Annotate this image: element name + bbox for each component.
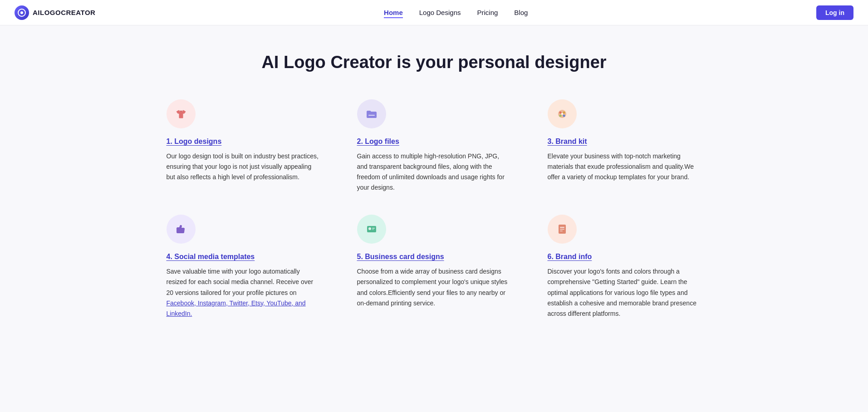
svg-rect-15 bbox=[560, 229, 564, 230]
logo[interactable]: AILOGOCREATOR bbox=[15, 5, 95, 20]
feature-4-desc: Save valuable time with your logo automa… bbox=[167, 266, 321, 319]
svg-rect-9 bbox=[367, 226, 376, 232]
social-icon-bg bbox=[167, 215, 196, 244]
tshirt-icon bbox=[174, 107, 188, 121]
svg-rect-14 bbox=[560, 227, 564, 228]
feature-logo-designs: 1. Logo designs Our logo design tool is … bbox=[167, 99, 321, 193]
login-button[interactable]: Log in bbox=[816, 5, 853, 20]
svg-point-7 bbox=[563, 115, 565, 117]
feature-logo-files: 2. Logo files Gain access to multiple hi… bbox=[357, 99, 511, 193]
feature-1-desc: Our logo design tool is built on industr… bbox=[167, 151, 321, 182]
svg-point-1 bbox=[20, 11, 23, 14]
svg-point-5 bbox=[563, 112, 565, 114]
svg-point-10 bbox=[368, 227, 371, 230]
feature-5-title: 5. Business card designs bbox=[357, 253, 511, 261]
nav-logo-designs[interactable]: Logo Designs bbox=[419, 9, 461, 16]
nav-blog[interactable]: Blog bbox=[514, 9, 528, 16]
svg-point-8 bbox=[561, 113, 563, 115]
nav-links: Home Logo Designs Pricing Blog bbox=[384, 9, 528, 17]
svg-rect-11 bbox=[372, 228, 375, 229]
feature-3-desc: Elevate your business with top-notch mar… bbox=[548, 151, 702, 182]
card-icon bbox=[365, 222, 378, 236]
feature-business-card: 5. Business card designs Choose from a w… bbox=[357, 215, 511, 319]
svg-point-6 bbox=[559, 115, 561, 117]
logo-icon bbox=[15, 5, 29, 20]
feature-6-title: 6. Brand info bbox=[548, 253, 702, 261]
feature-brand-kit: 3. Brand kit Elevate your business with … bbox=[548, 99, 702, 193]
nav-pricing[interactable]: Pricing bbox=[477, 9, 498, 16]
business-card-icon-bg bbox=[357, 215, 386, 244]
svg-rect-16 bbox=[560, 231, 563, 231]
nav-home[interactable]: Home bbox=[384, 9, 403, 18]
folder-icon bbox=[365, 107, 378, 121]
brand-info-icon-bg bbox=[548, 215, 577, 244]
social-links[interactable]: Facebook, Instagram, Twitter, Etsy, YouT… bbox=[167, 299, 306, 317]
feature-6-desc: Discover your logo's fonts and colors th… bbox=[548, 266, 702, 319]
thumbsup-icon bbox=[174, 222, 188, 236]
main-content: AI Logo Creator is your personal designe… bbox=[139, 25, 729, 337]
feature-brand-info: 6. Brand info Discover your logo's fonts… bbox=[548, 215, 702, 319]
logo-text: AILOGOCREATOR bbox=[33, 9, 95, 16]
feature-3-title: 3. Brand kit bbox=[548, 137, 702, 146]
feature-4-title: 4. Social media templates bbox=[167, 253, 321, 261]
brand-kit-icon-bg bbox=[548, 99, 577, 128]
feature-social-media: 4. Social media templates Save valuable … bbox=[167, 215, 321, 319]
feature-2-title: 2. Logo files bbox=[357, 137, 511, 146]
svg-rect-2 bbox=[368, 115, 375, 116]
features-grid: 1. Logo designs Our logo design tool is … bbox=[167, 99, 702, 319]
svg-point-4 bbox=[559, 112, 561, 114]
logo-files-icon-bg bbox=[357, 99, 386, 128]
feature-5-desc: Choose from a wide array of business car… bbox=[357, 266, 511, 308]
svg-rect-12 bbox=[372, 229, 374, 230]
logo-designs-icon-bg bbox=[167, 99, 196, 128]
document-icon bbox=[555, 222, 569, 236]
navbar: AILOGOCREATOR Home Logo Designs Pricing … bbox=[0, 0, 868, 25]
palette-icon bbox=[555, 107, 569, 121]
feature-1-title: 1. Logo designs bbox=[167, 137, 321, 146]
feature-2-desc: Gain access to multiple high-resolution … bbox=[357, 151, 511, 193]
page-title: AI Logo Creator is your personal designe… bbox=[167, 53, 702, 72]
